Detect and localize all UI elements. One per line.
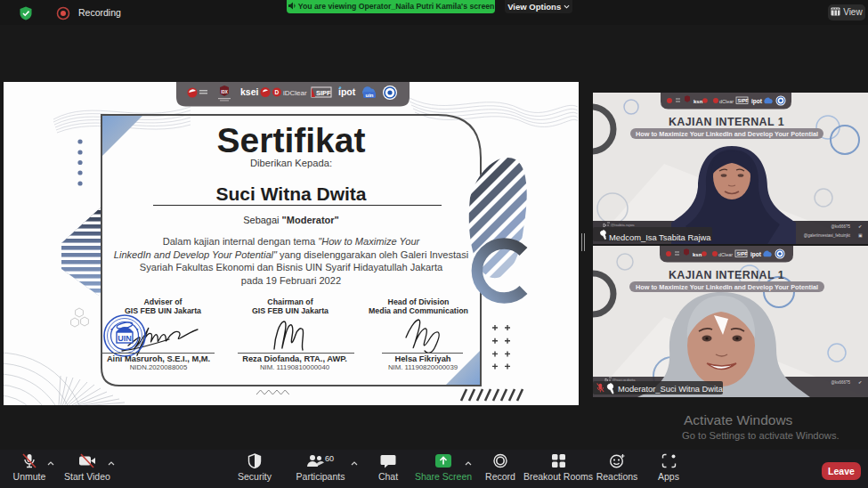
svg-text:●: ● xyxy=(136,327,139,331)
svg-text:@ks666?5: @ks666?5 xyxy=(831,224,850,229)
svg-text:SIPF: SIPF xyxy=(738,98,750,103)
svg-text:@galeriinvestasi_febuinjkt: @galeriinvestasi_febuinjkt xyxy=(804,233,851,238)
svg-text:UIN: UIN xyxy=(118,334,132,343)
svg-text:60: 60 xyxy=(325,454,334,463)
svg-text:dClear: dClear xyxy=(719,99,734,104)
svg-text:IDX: IDX xyxy=(221,90,228,94)
svg-text:Moderator_Suci Witna Dwita: Moderator_Suci Witna Dwita xyxy=(618,385,724,394)
svg-text:iDClear: iDClear xyxy=(283,89,307,97)
svg-text:D: D xyxy=(275,89,280,95)
svg-text:✔: ✔ xyxy=(858,224,862,229)
svg-text:ipot: ipot xyxy=(751,98,763,105)
svg-text:Medcom_Isa Tsabita Rajwa: Medcom_Isa Tsabita Rajwa xyxy=(609,232,711,242)
svg-text:ksn: ksn xyxy=(693,252,702,257)
svg-text:KAJIAN INTERNAL 1: KAJIAN INTERNAL 1 xyxy=(669,116,784,128)
svg-text:How to Maximize Your LinkedIn: How to Maximize Your LinkedIn and Develo… xyxy=(636,130,818,138)
svg-text:ksei: ksei xyxy=(240,86,259,97)
svg-text:✔: ✔ xyxy=(858,379,862,385)
svg-text:How to Maximize Your LinkedIn: How to Maximize Your LinkedIn and Develo… xyxy=(636,283,818,291)
svg-text:SIPF: SIPF xyxy=(737,251,749,256)
svg-text:SIPF: SIPF xyxy=(316,89,331,97)
svg-text:uin: uin xyxy=(366,93,374,98)
svg-text:ipot: ipot xyxy=(750,251,762,258)
svg-text:@tsabita.rajwa: @tsabita.rajwa xyxy=(611,223,635,227)
svg-text:KAJIAN INTERNAL 1: KAJIAN INTERNAL 1 xyxy=(669,269,784,281)
svg-text:@ks666?5: @ks666?5 xyxy=(831,380,850,385)
svg-text:ksn: ksn xyxy=(694,99,703,104)
svg-text:▣: ▣ xyxy=(858,232,863,238)
svg-text:dClear: dClear xyxy=(718,252,733,257)
